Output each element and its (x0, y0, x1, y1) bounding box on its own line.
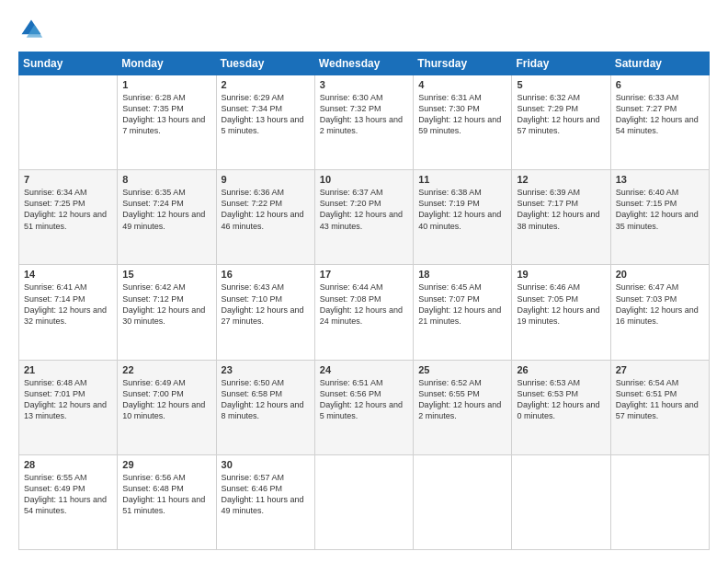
cell-info: Sunrise: 6:57 AMSunset: 6:46 PMDaylight:… (222, 472, 310, 517)
day-number: 21 (24, 364, 112, 375)
cell-info: Sunrise: 6:54 AMSunset: 6:51 PMDaylight:… (616, 377, 704, 422)
day-number: 26 (517, 364, 605, 375)
calendar-cell (19, 75, 118, 170)
calendar-cell: 1Sunrise: 6:28 AMSunset: 7:35 PMDaylight… (118, 75, 216, 170)
day-number: 25 (418, 364, 506, 375)
cell-info: Sunrise: 6:48 AMSunset: 7:01 PMDaylight:… (24, 377, 112, 422)
day-number: 19 (517, 269, 605, 280)
calendar-cell: 21Sunrise: 6:48 AMSunset: 7:01 PMDayligh… (19, 360, 118, 454)
day-number: 9 (222, 174, 310, 185)
cell-info: Sunrise: 6:34 AMSunset: 7:25 PMDaylight:… (24, 187, 112, 232)
calendar-cell: 2Sunrise: 6:29 AMSunset: 7:34 PMDaylight… (216, 75, 314, 170)
calendar-cell: 23Sunrise: 6:50 AMSunset: 6:58 PMDayligh… (216, 360, 314, 454)
calendar-cell: 11Sunrise: 6:38 AMSunset: 7:19 PMDayligh… (414, 170, 512, 265)
cell-info: Sunrise: 6:41 AMSunset: 7:14 PMDaylight:… (24, 282, 112, 327)
calendar-cell: 25Sunrise: 6:52 AMSunset: 6:55 PMDayligh… (414, 360, 512, 454)
calendar-cell: 19Sunrise: 6:46 AMSunset: 7:05 PMDayligh… (512, 265, 610, 360)
cell-info: Sunrise: 6:49 AMSunset: 7:00 PMDaylight:… (122, 377, 210, 422)
cell-info: Sunrise: 6:35 AMSunset: 7:24 PMDaylight:… (122, 187, 210, 232)
calendar-cell: 6Sunrise: 6:33 AMSunset: 7:27 PMDaylight… (610, 75, 709, 170)
col-header-sunday: Sunday (19, 52, 118, 75)
col-header-monday: Monday (118, 52, 216, 75)
cell-info: Sunrise: 6:50 AMSunset: 6:58 PMDaylight:… (222, 377, 310, 422)
day-number: 29 (122, 459, 210, 470)
cell-info: Sunrise: 6:47 AMSunset: 7:03 PMDaylight:… (616, 282, 704, 327)
cell-info: Sunrise: 6:56 AMSunset: 6:48 PMDaylight:… (122, 472, 210, 517)
col-header-saturday: Saturday (610, 52, 709, 75)
cell-info: Sunrise: 6:43 AMSunset: 7:10 PMDaylight:… (222, 282, 310, 327)
logo (18, 17, 48, 42)
col-header-friday: Friday (512, 52, 610, 75)
day-number: 8 (122, 174, 210, 185)
page: SundayMondayTuesdayWednesdayThursdayFrid… (0, 0, 728, 563)
cell-info: Sunrise: 6:39 AMSunset: 7:17 PMDaylight:… (517, 187, 605, 232)
calendar-cell: 9Sunrise: 6:36 AMSunset: 7:22 PMDaylight… (216, 170, 314, 265)
cell-info: Sunrise: 6:52 AMSunset: 6:55 PMDaylight:… (418, 377, 506, 422)
col-header-thursday: Thursday (414, 52, 512, 75)
day-number: 1 (122, 79, 210, 90)
day-number: 18 (418, 269, 506, 280)
calendar-cell: 8Sunrise: 6:35 AMSunset: 7:24 PMDaylight… (118, 170, 216, 265)
cell-info: Sunrise: 6:44 AMSunset: 7:08 PMDaylight:… (320, 282, 408, 327)
calendar-cell: 16Sunrise: 6:43 AMSunset: 7:10 PMDayligh… (216, 265, 314, 360)
col-header-wednesday: Wednesday (314, 52, 413, 75)
day-number: 11 (418, 174, 506, 185)
cell-info: Sunrise: 6:55 AMSunset: 6:49 PMDaylight:… (24, 472, 112, 517)
calendar-cell: 15Sunrise: 6:42 AMSunset: 7:12 PMDayligh… (118, 265, 216, 360)
cell-info: Sunrise: 6:40 AMSunset: 7:15 PMDaylight:… (616, 187, 704, 232)
day-number: 13 (616, 174, 704, 185)
day-number: 24 (320, 364, 408, 375)
calendar-cell: 13Sunrise: 6:40 AMSunset: 7:15 PMDayligh… (610, 170, 709, 265)
calendar-cell: 28Sunrise: 6:55 AMSunset: 6:49 PMDayligh… (19, 454, 118, 549)
calendar-cell (512, 454, 610, 549)
day-number: 16 (222, 269, 310, 280)
day-number: 12 (517, 174, 605, 185)
cell-info: Sunrise: 6:28 AMSunset: 7:35 PMDaylight:… (122, 92, 210, 137)
cell-info: Sunrise: 6:36 AMSunset: 7:22 PMDaylight:… (222, 187, 310, 232)
week-row-4: 21Sunrise: 6:48 AMSunset: 7:01 PMDayligh… (19, 360, 710, 454)
week-row-3: 14Sunrise: 6:41 AMSunset: 7:14 PMDayligh… (19, 265, 710, 360)
day-number: 28 (24, 459, 112, 470)
cell-info: Sunrise: 6:37 AMSunset: 7:20 PMDaylight:… (320, 187, 408, 232)
calendar-cell: 5Sunrise: 6:32 AMSunset: 7:29 PMDaylight… (512, 75, 610, 170)
calendar-cell: 26Sunrise: 6:53 AMSunset: 6:53 PMDayligh… (512, 360, 610, 454)
calendar-header-row: SundayMondayTuesdayWednesdayThursdayFrid… (19, 52, 710, 75)
header (18, 17, 710, 42)
calendar-cell: 7Sunrise: 6:34 AMSunset: 7:25 PMDaylight… (19, 170, 118, 265)
col-header-tuesday: Tuesday (216, 52, 314, 75)
week-row-2: 7Sunrise: 6:34 AMSunset: 7:25 PMDaylight… (19, 170, 710, 265)
calendar-cell (314, 454, 413, 549)
calendar-cell: 14Sunrise: 6:41 AMSunset: 7:14 PMDayligh… (19, 265, 118, 360)
cell-info: Sunrise: 6:31 AMSunset: 7:30 PMDaylight:… (418, 92, 506, 137)
day-number: 20 (616, 269, 704, 280)
cell-info: Sunrise: 6:29 AMSunset: 7:34 PMDaylight:… (222, 92, 310, 137)
calendar-cell: 17Sunrise: 6:44 AMSunset: 7:08 PMDayligh… (314, 265, 413, 360)
calendar-table: SundayMondayTuesdayWednesdayThursdayFrid… (18, 52, 710, 550)
day-number: 15 (122, 269, 210, 280)
cell-info: Sunrise: 6:51 AMSunset: 6:56 PMDaylight:… (320, 377, 408, 422)
calendar-cell: 22Sunrise: 6:49 AMSunset: 7:00 PMDayligh… (118, 360, 216, 454)
day-number: 30 (222, 459, 310, 470)
calendar-cell: 10Sunrise: 6:37 AMSunset: 7:20 PMDayligh… (314, 170, 413, 265)
week-row-5: 28Sunrise: 6:55 AMSunset: 6:49 PMDayligh… (19, 454, 710, 549)
day-number: 10 (320, 174, 408, 185)
day-number: 5 (517, 79, 605, 90)
cell-info: Sunrise: 6:30 AMSunset: 7:32 PMDaylight:… (320, 92, 408, 137)
day-number: 27 (616, 364, 704, 375)
cell-info: Sunrise: 6:33 AMSunset: 7:27 PMDaylight:… (616, 92, 704, 137)
calendar-cell: 3Sunrise: 6:30 AMSunset: 7:32 PMDaylight… (314, 75, 413, 170)
day-number: 17 (320, 269, 408, 280)
calendar-cell: 24Sunrise: 6:51 AMSunset: 6:56 PMDayligh… (314, 360, 413, 454)
cell-info: Sunrise: 6:46 AMSunset: 7:05 PMDaylight:… (517, 282, 605, 327)
week-row-1: 1Sunrise: 6:28 AMSunset: 7:35 PMDaylight… (19, 75, 710, 170)
calendar-cell: 18Sunrise: 6:45 AMSunset: 7:07 PMDayligh… (414, 265, 512, 360)
day-number: 22 (122, 364, 210, 375)
day-number: 4 (418, 79, 506, 90)
calendar-cell: 20Sunrise: 6:47 AMSunset: 7:03 PMDayligh… (610, 265, 709, 360)
day-number: 7 (24, 174, 112, 185)
day-number: 3 (320, 79, 408, 90)
cell-info: Sunrise: 6:45 AMSunset: 7:07 PMDaylight:… (418, 282, 506, 327)
cell-info: Sunrise: 6:38 AMSunset: 7:19 PMDaylight:… (418, 187, 506, 232)
calendar-cell (414, 454, 512, 549)
calendar-cell: 29Sunrise: 6:56 AMSunset: 6:48 PMDayligh… (118, 454, 216, 549)
